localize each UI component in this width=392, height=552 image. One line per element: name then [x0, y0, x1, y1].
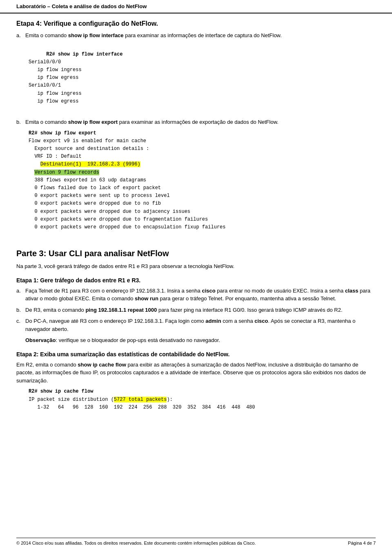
etapa1-title: Etapa 1: Gere tráfego de dados entre R1 …	[16, 277, 376, 284]
step-a-text: Emita o comando show ip flow interface p…	[25, 31, 282, 40]
etapa2-intro-text: Em R2, emita o comando show ip cache flo…	[16, 361, 376, 385]
etapa1-step-b: b. De R3, emita o comando ping 192.168.1…	[16, 306, 376, 314]
etapa2-title: Etapa 2: Exiba uma sumarização das estat…	[16, 351, 376, 358]
part3-title: Parte 3: Usar CLI para analisar NetFlow	[16, 249, 376, 258]
step-b-text: Emita o comando show ip flow export para…	[25, 118, 278, 126]
code-block-1: R2# show ip flow interface Serial0/0/0 i…	[29, 43, 376, 114]
step-b-label: b.	[16, 118, 23, 126]
step-a-label: a.	[16, 31, 23, 40]
observation: Observação: verifique se o bloqueador de…	[25, 336, 376, 344]
code-block-2: R2# show ip flow export Flow export v9 i…	[29, 130, 376, 239]
header-bar: Laboratório – Coleta e análise de dados …	[0, 0, 392, 13]
footer-left: © 2014 Cisco e/ou suas afiliadas. Todos …	[16, 541, 256, 545]
footer-right: Página 4 de 7	[348, 541, 376, 545]
page-footer: © 2014 Cisco e/ou suas afiliadas. Todos …	[16, 538, 376, 545]
step-a: a. Emita o comando show ip flow interfac…	[16, 31, 376, 40]
etapa1-step-c: c. Do PC-A, navegue até R3 com o endereç…	[16, 317, 376, 333]
code-block-3: R2# show ip cache flow IP packet size di…	[29, 388, 376, 419]
part3-intro: Na parte 3, você gerará tráfego de dados…	[16, 262, 376, 270]
section-title: Etapa 4: Verifique a configuração do Net…	[16, 20, 376, 27]
header-title: Laboratório – Coleta e análise de dados …	[16, 3, 147, 9]
etapa1-step-a: a. Faça Telnet de R1 para R3 com o ender…	[16, 287, 376, 303]
step-b: b. Emita o comando show ip flow export p…	[16, 118, 376, 126]
